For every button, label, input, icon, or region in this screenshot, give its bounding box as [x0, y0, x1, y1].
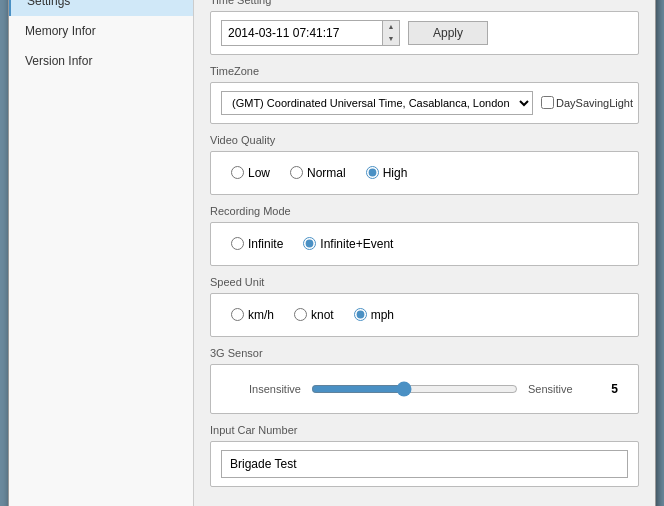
daysaving-label[interactable]: DaySavingLight	[541, 96, 633, 109]
speed-unit-box: km/h knot mph	[210, 293, 639, 337]
settings-window: ⚙ Settings ✕ Settings Memory Infor Versi…	[8, 0, 656, 506]
sidebar-item-memory[interactable]: Memory Infor	[9, 16, 193, 46]
timezone-label: TimeZone	[210, 65, 639, 77]
slider-row: Insensitive Sensitive 5	[231, 381, 618, 397]
video-quality-box: Low Normal High	[210, 151, 639, 195]
mode-infinite-label[interactable]: Infinite	[231, 237, 283, 251]
timezone-section: TimeZone (GMT) Coordinated Universal Tim…	[210, 65, 639, 124]
recording-mode-box: Infinite Infinite+Event	[210, 222, 639, 266]
car-number-box	[210, 441, 639, 487]
quality-normal-label[interactable]: Normal	[290, 166, 346, 180]
quality-high-label[interactable]: High	[366, 166, 408, 180]
time-row: ▲ ▼ Apply	[221, 20, 628, 46]
speed-mph-label[interactable]: mph	[354, 308, 394, 322]
quality-low-radio[interactable]	[231, 166, 244, 179]
timezone-select[interactable]: (GMT) Coordinated Universal Time, Casabl…	[221, 91, 533, 115]
video-quality-group: Low Normal High	[221, 160, 628, 186]
sidebar-item-version[interactable]: Version Infor	[9, 46, 193, 76]
slider-section: Insensitive Sensitive 5	[221, 373, 628, 405]
sidebar: Settings Memory Infor Version Infor	[9, 0, 194, 506]
sensor-label: 3G Sensor	[210, 347, 639, 359]
speed-unit-section: Speed Unit km/h knot	[210, 276, 639, 337]
recording-mode-group: Infinite Infinite+Event	[221, 231, 628, 257]
car-number-label: Input Car Number	[210, 424, 639, 436]
time-input-wrap: ▲ ▼	[221, 20, 400, 46]
video-quality-label: Video Quality	[210, 134, 639, 146]
video-quality-section: Video Quality Low Normal	[210, 134, 639, 195]
sidebar-item-settings[interactable]: Settings	[9, 0, 193, 16]
timezone-box: (GMT) Coordinated Universal Time, Casabl…	[210, 82, 639, 124]
speed-unit-label: Speed Unit	[210, 276, 639, 288]
time-setting-section: Time Setting ▲ ▼ Apply	[210, 0, 639, 55]
daysaving-checkbox[interactable]	[541, 96, 554, 109]
mode-infinite-event-label[interactable]: Infinite+Event	[303, 237, 393, 251]
sensor-slider[interactable]	[311, 381, 518, 397]
insensitive-label: Insensitive	[231, 383, 301, 395]
speed-knot-label[interactable]: knot	[294, 308, 334, 322]
apply-button[interactable]: Apply	[408, 21, 488, 45]
sensor-box: Insensitive Sensitive 5	[210, 364, 639, 414]
speed-mph-radio[interactable]	[354, 308, 367, 321]
window-main: Settings Memory Infor Version Infor Time…	[9, 0, 655, 506]
time-spinners: ▲ ▼	[382, 21, 399, 45]
main-panel: Time Setting ▲ ▼ Apply	[194, 0, 655, 506]
timezone-row: (GMT) Coordinated Universal Time, Casabl…	[221, 91, 628, 115]
car-number-input[interactable]	[221, 450, 628, 478]
time-input[interactable]	[222, 21, 382, 45]
window-body: Settings Memory Infor Version Infor Time…	[9, 0, 655, 506]
recording-mode-label: Recording Mode	[210, 205, 639, 217]
sensor-section: 3G Sensor Insensitive Sensitive 5	[210, 347, 639, 414]
quality-low-label[interactable]: Low	[231, 166, 270, 180]
time-up-button[interactable]: ▲	[383, 21, 399, 33]
mode-infinite-radio[interactable]	[231, 237, 244, 250]
speed-kmh-radio[interactable]	[231, 308, 244, 321]
car-number-section: Input Car Number	[210, 424, 639, 487]
quality-high-radio[interactable]	[366, 166, 379, 179]
mode-infinite-event-radio[interactable]	[303, 237, 316, 250]
sensitive-label: Sensitive	[528, 383, 588, 395]
quality-normal-radio[interactable]	[290, 166, 303, 179]
speed-unit-group: km/h knot mph	[221, 302, 628, 328]
time-setting-label: Time Setting	[210, 0, 639, 6]
speed-kmh-label[interactable]: km/h	[231, 308, 274, 322]
sensor-value: 5	[598, 382, 618, 396]
time-down-button[interactable]: ▼	[383, 33, 399, 45]
time-setting-box: ▲ ▼ Apply	[210, 11, 639, 55]
speed-knot-radio[interactable]	[294, 308, 307, 321]
recording-mode-section: Recording Mode Infinite Infinite+Event	[210, 205, 639, 266]
